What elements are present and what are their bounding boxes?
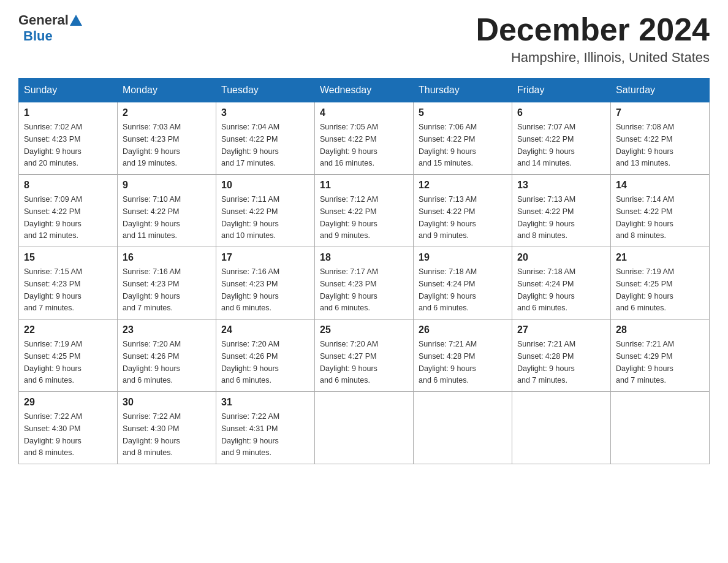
- day-info: Sunrise: 7:15 AMSunset: 4:23 PMDaylight:…: [24, 267, 82, 312]
- day-number: 17: [221, 252, 309, 263]
- table-row: 10 Sunrise: 7:11 AMSunset: 4:22 PMDaylig…: [216, 175, 315, 247]
- day-info: Sunrise: 7:03 AMSunset: 4:23 PMDaylight:…: [123, 123, 181, 167]
- day-info: Sunrise: 7:02 AMSunset: 4:23 PMDaylight:…: [24, 123, 82, 167]
- table-row: 2 Sunrise: 7:03 AMSunset: 4:23 PMDayligh…: [118, 102, 216, 175]
- day-number: 7: [616, 107, 704, 118]
- col-friday: Friday: [512, 79, 611, 102]
- day-info: Sunrise: 7:14 AMSunset: 4:22 PMDaylight:…: [616, 195, 674, 240]
- table-row: 28 Sunrise: 7:21 AMSunset: 4:29 PMDaylig…: [611, 320, 710, 392]
- day-number: 16: [123, 252, 211, 263]
- table-row: 13 Sunrise: 7:13 AMSunset: 4:22 PMDaylig…: [512, 175, 611, 247]
- day-number: 13: [517, 180, 605, 191]
- day-number: 23: [123, 324, 211, 335]
- day-info: Sunrise: 7:07 AMSunset: 4:22 PMDaylight:…: [517, 123, 575, 167]
- logo-general: General: [18, 12, 69, 28]
- day-number: 5: [419, 107, 507, 118]
- table-row: [611, 392, 710, 464]
- day-number: 20: [517, 252, 605, 263]
- day-info: Sunrise: 7:20 AMSunset: 4:26 PMDaylight:…: [123, 340, 181, 385]
- calendar-week-row: 22 Sunrise: 7:19 AMSunset: 4:25 PMDaylig…: [19, 320, 710, 392]
- table-row: 3 Sunrise: 7:04 AMSunset: 4:22 PMDayligh…: [216, 102, 315, 175]
- day-info: Sunrise: 7:10 AMSunset: 4:22 PMDaylight:…: [123, 195, 181, 240]
- day-number: 10: [221, 180, 309, 191]
- day-info: Sunrise: 7:16 AMSunset: 4:23 PMDaylight:…: [221, 267, 279, 312]
- day-info: Sunrise: 7:22 AMSunset: 4:31 PMDaylight:…: [221, 412, 279, 457]
- day-number: 6: [517, 107, 605, 118]
- col-wednesday: Wednesday: [315, 79, 414, 102]
- calendar-week-row: 8 Sunrise: 7:09 AMSunset: 4:22 PMDayligh…: [19, 175, 710, 247]
- table-row: 4 Sunrise: 7:05 AMSunset: 4:22 PMDayligh…: [315, 102, 414, 175]
- calendar-table: Sunday Monday Tuesday Wednesday Thursday…: [18, 78, 710, 464]
- day-info: Sunrise: 7:09 AMSunset: 4:22 PMDaylight:…: [24, 195, 82, 240]
- day-info: Sunrise: 7:18 AMSunset: 4:24 PMDaylight:…: [419, 267, 477, 312]
- day-number: 11: [320, 180, 408, 191]
- day-info: Sunrise: 7:22 AMSunset: 4:30 PMDaylight:…: [24, 412, 82, 457]
- table-row: 7 Sunrise: 7:08 AMSunset: 4:22 PMDayligh…: [611, 102, 710, 175]
- day-number: 12: [419, 180, 507, 191]
- day-number: 27: [517, 324, 605, 335]
- month-title: December 2024: [476, 12, 710, 47]
- col-sunday: Sunday: [19, 79, 118, 102]
- day-info: Sunrise: 7:17 AMSunset: 4:23 PMDaylight:…: [320, 267, 378, 312]
- table-row: 24 Sunrise: 7:20 AMSunset: 4:26 PMDaylig…: [216, 320, 315, 392]
- table-row: 29 Sunrise: 7:22 AMSunset: 4:30 PMDaylig…: [19, 392, 118, 464]
- table-row: 8 Sunrise: 7:09 AMSunset: 4:22 PMDayligh…: [19, 175, 118, 247]
- table-row: 26 Sunrise: 7:21 AMSunset: 4:28 PMDaylig…: [414, 320, 512, 392]
- table-row: 21 Sunrise: 7:19 AMSunset: 4:25 PMDaylig…: [611, 247, 710, 320]
- table-row: 5 Sunrise: 7:06 AMSunset: 4:22 PMDayligh…: [414, 102, 512, 175]
- day-info: Sunrise: 7:19 AMSunset: 4:25 PMDaylight:…: [616, 267, 674, 312]
- calendar-week-row: 29 Sunrise: 7:22 AMSunset: 4:30 PMDaylig…: [19, 392, 710, 464]
- day-info: Sunrise: 7:19 AMSunset: 4:25 PMDaylight:…: [24, 340, 82, 385]
- day-info: Sunrise: 7:21 AMSunset: 4:28 PMDaylight:…: [517, 340, 575, 385]
- day-number: 14: [616, 180, 704, 191]
- table-row: 11 Sunrise: 7:12 AMSunset: 4:22 PMDaylig…: [315, 175, 414, 247]
- table-row: 14 Sunrise: 7:14 AMSunset: 4:22 PMDaylig…: [611, 175, 710, 247]
- day-number: 9: [123, 180, 211, 191]
- day-number: 15: [24, 252, 112, 263]
- day-number: 18: [320, 252, 408, 263]
- day-number: 3: [221, 107, 309, 118]
- day-info: Sunrise: 7:22 AMSunset: 4:30 PMDaylight:…: [123, 412, 181, 457]
- title-section: December 2024 Hampshire, Illinois, Unite…: [476, 12, 710, 66]
- location: Hampshire, Illinois, United States: [476, 50, 710, 66]
- day-info: Sunrise: 7:20 AMSunset: 4:26 PMDaylight:…: [221, 340, 279, 385]
- logo-triangle-icon: [70, 15, 82, 26]
- day-number: 25: [320, 324, 408, 335]
- calendar-week-row: 1 Sunrise: 7:02 AMSunset: 4:23 PMDayligh…: [19, 102, 710, 175]
- day-info: Sunrise: 7:13 AMSunset: 4:22 PMDaylight:…: [517, 195, 575, 240]
- day-info: Sunrise: 7:06 AMSunset: 4:22 PMDaylight:…: [419, 123, 477, 167]
- table-row: 30 Sunrise: 7:22 AMSunset: 4:30 PMDaylig…: [118, 392, 216, 464]
- col-saturday: Saturday: [611, 79, 710, 102]
- day-info: Sunrise: 7:11 AMSunset: 4:22 PMDaylight:…: [221, 195, 279, 240]
- col-thursday: Thursday: [414, 79, 512, 102]
- day-info: Sunrise: 7:21 AMSunset: 4:28 PMDaylight:…: [419, 340, 477, 385]
- day-number: 1: [24, 107, 112, 118]
- col-tuesday: Tuesday: [216, 79, 315, 102]
- day-number: 31: [221, 397, 309, 408]
- logo-blue: Blue: [23, 28, 53, 44]
- day-number: 24: [221, 324, 309, 335]
- day-number: 29: [24, 397, 112, 408]
- day-number: 8: [24, 180, 112, 191]
- table-row: 12 Sunrise: 7:13 AMSunset: 4:22 PMDaylig…: [414, 175, 512, 247]
- day-info: Sunrise: 7:13 AMSunset: 4:22 PMDaylight:…: [419, 195, 477, 240]
- table-row: 22 Sunrise: 7:19 AMSunset: 4:25 PMDaylig…: [19, 320, 118, 392]
- table-row: [512, 392, 611, 464]
- table-row: 9 Sunrise: 7:10 AMSunset: 4:22 PMDayligh…: [118, 175, 216, 247]
- page-header: General Blue December 2024 Hampshire, Il…: [18, 12, 710, 66]
- day-number: 2: [123, 107, 211, 118]
- day-info: Sunrise: 7:18 AMSunset: 4:24 PMDaylight:…: [517, 267, 575, 312]
- day-info: Sunrise: 7:08 AMSunset: 4:22 PMDaylight:…: [616, 123, 674, 167]
- day-info: Sunrise: 7:04 AMSunset: 4:22 PMDaylight:…: [221, 123, 279, 167]
- table-row: 27 Sunrise: 7:21 AMSunset: 4:28 PMDaylig…: [512, 320, 611, 392]
- table-row: [315, 392, 414, 464]
- table-row: 31 Sunrise: 7:22 AMSunset: 4:31 PMDaylig…: [216, 392, 315, 464]
- day-number: 22: [24, 324, 112, 335]
- day-info: Sunrise: 7:20 AMSunset: 4:27 PMDaylight:…: [320, 340, 378, 385]
- table-row: 18 Sunrise: 7:17 AMSunset: 4:23 PMDaylig…: [315, 247, 414, 320]
- table-row: 25 Sunrise: 7:20 AMSunset: 4:27 PMDaylig…: [315, 320, 414, 392]
- logo-text: General: [18, 12, 83, 28]
- table-row: 16 Sunrise: 7:16 AMSunset: 4:23 PMDaylig…: [118, 247, 216, 320]
- col-monday: Monday: [118, 79, 216, 102]
- day-number: 30: [123, 397, 211, 408]
